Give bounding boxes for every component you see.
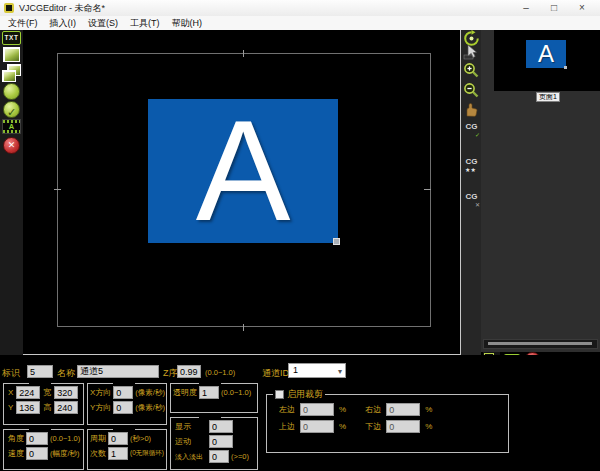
y-label: Y	[8, 403, 13, 412]
close-button[interactable]: ×	[568, 0, 596, 16]
angle-input[interactable]	[26, 432, 48, 445]
cg-stars-icon[interactable]: CG ★★	[463, 157, 480, 174]
vy-unit: (像素/秒)	[135, 403, 165, 413]
clock-check-tool-icon[interactable]: ✓	[3, 101, 20, 118]
cg-check-icon[interactable]: CG ✓	[463, 122, 480, 139]
crop-left-label: 左边	[279, 404, 295, 415]
page-thumbnail-letter: A	[538, 42, 554, 66]
page-name-label[interactable]: 页面1	[536, 92, 560, 102]
menu-tools[interactable]: 工具(T)	[124, 17, 166, 30]
fade-label: 淡入淡出	[175, 452, 207, 462]
width-label: 宽	[43, 387, 51, 398]
app-icon	[4, 3, 14, 13]
period-label: 周期	[90, 433, 106, 444]
period-input[interactable]	[108, 432, 128, 445]
vx-input[interactable]	[113, 386, 133, 399]
crop-top-input	[300, 420, 334, 433]
image-tool-icon[interactable]	[3, 47, 20, 62]
menu-insert[interactable]: 插入(I)	[44, 17, 83, 30]
hand-tool-icon[interactable]	[463, 102, 480, 119]
x-label: X	[8, 388, 13, 397]
image-landscape	[5, 49, 19, 61]
menu-file[interactable]: 文件(F)	[2, 17, 44, 30]
titlebar: VJCGEditor - 未命名* – □ ×	[0, 0, 600, 16]
motion-input[interactable]	[209, 435, 233, 448]
width-input[interactable]	[54, 386, 78, 399]
id-input[interactable]	[27, 365, 53, 378]
cg-stars-mark: ★★	[465, 166, 476, 175]
opacity-label: 透明度	[173, 387, 197, 398]
stage-tick-right	[424, 189, 431, 190]
photo-front	[2, 70, 16, 82]
period-hint: (秒>0)	[130, 434, 151, 444]
channel-id-label: 通道ID	[262, 367, 289, 380]
text-tool-icon[interactable]: TXT	[2, 31, 21, 45]
stage-tick-top	[243, 50, 244, 57]
enable-crop-checkbox[interactable]	[275, 390, 284, 399]
id-label: 标识	[2, 367, 20, 380]
crop-group: 启用裁剪 左边 % 右边 % 上边 % 下边 %	[266, 388, 509, 453]
window-title: VJCGEditor - 未命名*	[19, 2, 105, 15]
check-glyph: ✓	[7, 106, 16, 118]
pages-scrollbar-thumb[interactable]	[488, 342, 592, 345]
times-hint: (0无限循环)	[130, 449, 164, 458]
crop-bottom-input	[386, 420, 420, 433]
channel-id-select[interactable]: 1 ▾	[288, 363, 346, 378]
pages-scrollbar[interactable]	[483, 339, 598, 349]
maximize-button[interactable]: □	[540, 0, 568, 16]
menubar: 文件(F) 插入(I) 设置(S) 工具(T) 帮助(H)	[0, 16, 600, 30]
crop-left-pct: %	[339, 405, 346, 414]
thumb-resize-handle	[564, 66, 567, 69]
x-input[interactable]	[16, 386, 40, 399]
stage-tick-left	[54, 189, 61, 190]
height-input[interactable]	[54, 401, 78, 414]
minimize-button[interactable]: –	[512, 0, 540, 16]
opacity-group: 透明度 (0.0~1.0)	[170, 383, 258, 413]
zorder-label: Z序	[163, 367, 178, 380]
fade-hint: (>=0)	[231, 452, 249, 461]
pages-viewport: A	[494, 30, 600, 91]
channel-id-value: 1	[293, 365, 298, 375]
cg-delete-icon[interactable]: CG ✕	[463, 192, 480, 209]
vy-input[interactable]	[113, 401, 133, 414]
zoom-in-icon[interactable]	[463, 62, 480, 79]
canvas-panel: A	[23, 30, 461, 355]
vx-unit: (像素/秒)	[135, 388, 165, 398]
fade-input[interactable]	[209, 450, 229, 463]
angle-label: 角度	[8, 433, 24, 444]
hand-tool-svg	[463, 102, 480, 119]
cg-check-mark: ✓	[475, 131, 480, 140]
zorder-input[interactable]	[177, 365, 201, 378]
images-tool-icon[interactable]	[2, 64, 21, 82]
stage-tick-bottom	[243, 324, 244, 331]
crop-left-input	[300, 403, 334, 416]
height-label: 高	[43, 402, 51, 413]
crop-right-input	[386, 403, 420, 416]
name-label: 名称	[57, 367, 75, 380]
menu-settings[interactable]: 设置(S)	[82, 17, 124, 30]
zoom-out-icon[interactable]	[463, 82, 480, 99]
y-input[interactable]	[16, 401, 40, 414]
page-thumbnail[interactable]: A	[526, 40, 566, 68]
crop-right-pct: %	[425, 405, 432, 414]
opacity-input[interactable]	[199, 386, 219, 399]
select-cursor-icon[interactable]	[463, 44, 480, 61]
menu-help[interactable]: 帮助(H)	[166, 17, 209, 30]
show-input[interactable]	[209, 420, 233, 433]
times-input[interactable]	[108, 447, 128, 460]
show-label: 显示	[175, 421, 207, 432]
speed-input[interactable]	[26, 447, 48, 460]
vx-label: X方向	[90, 387, 111, 398]
zoom-out-svg	[463, 82, 480, 99]
cg-label: CG	[466, 192, 478, 201]
character-tool-icon[interactable]: A	[2, 119, 21, 134]
clock-tool-icon[interactable]	[3, 83, 20, 100]
resize-handle[interactable]	[333, 238, 340, 245]
delete-tool-icon[interactable]: ✕	[3, 137, 20, 154]
channel-image[interactable]: A	[148, 99, 338, 243]
name-input[interactable]	[77, 365, 159, 378]
position-group: X 宽 Y 高	[3, 383, 84, 425]
crop-right-label: 右边	[365, 404, 381, 415]
speed-hint: (幅度/秒)	[50, 449, 80, 459]
opacity-hint: (0.0~1.0)	[221, 388, 251, 397]
